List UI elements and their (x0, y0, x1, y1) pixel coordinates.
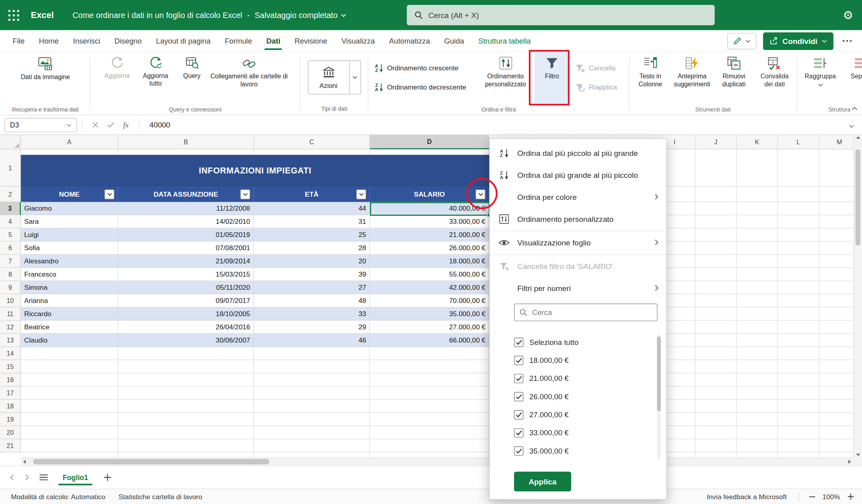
previous-sheet-icon[interactable] (4, 470, 19, 485)
cell[interactable]: Sara (21, 215, 118, 228)
cell[interactable]: 35.000,00 € (370, 307, 489, 321)
remove-duplicates-button[interactable]: Rimuovi duplicati (714, 52, 754, 103)
flash-fill-button[interactable]: Anteprima suggerimenti (670, 52, 714, 103)
menu-clear-filter[interactable]: Cancella filtro da 'SALARIO' (490, 255, 666, 277)
reapply-filter-button[interactable]: Riapplica (572, 80, 626, 95)
checkbox-checked-icon[interactable] (514, 446, 523, 456)
settings-gear-icon[interactable]: ⚙ (843, 0, 853, 30)
column-header-L[interactable]: L (778, 135, 819, 149)
save-status-dropdown[interactable]: Salvataggio completato (255, 11, 346, 20)
cell[interactable]: 20 (254, 255, 370, 268)
tab-automatizza[interactable]: Automatizza (382, 30, 437, 52)
share-button[interactable]: Condividi (763, 32, 834, 50)
cell[interactable]: 14/02/2010 (118, 215, 254, 228)
cell[interactable]: 28 (254, 241, 370, 255)
column-header-K[interactable]: K (737, 135, 778, 149)
tab-visualizza[interactable]: Visualizza (334, 30, 382, 52)
row-header-15[interactable]: 15 (0, 360, 21, 373)
table-header-data-assunzione[interactable]: DATA ASSUNZIONE (118, 187, 254, 202)
tab-struttura-tabella[interactable]: Struttura tabella (471, 30, 538, 52)
tab-dati[interactable]: Dati (259, 30, 288, 52)
tab-layout-di-pagina[interactable]: Layout di pagina (149, 30, 218, 52)
cell[interactable]: Luigi (21, 228, 118, 241)
scroll-left-icon[interactable] (23, 458, 26, 466)
row-header-18[interactable]: 18 (0, 400, 21, 413)
table-header-eta[interactable]: ETÀ (254, 187, 370, 202)
cell[interactable]: 26/04/2016 (118, 321, 254, 334)
cell[interactable]: 29 (254, 321, 370, 334)
vertical-scrollbar[interactable] (853, 135, 862, 457)
sort-ascending-button[interactable]: AZ Ordinamento crescente (372, 61, 474, 75)
filter-value-item[interactable]: 35.000,00 € (490, 442, 666, 460)
search-input[interactable]: Cerca (Alt + X) (407, 5, 715, 25)
data-types-dropdown[interactable] (349, 61, 360, 94)
checkbox-checked-icon[interactable] (514, 428, 523, 437)
cell[interactable]: 18.000,00 € (370, 255, 489, 268)
cell[interactable]: 46 (254, 334, 370, 347)
cell[interactable]: 11/12/2008 (118, 202, 254, 215)
cell[interactable]: 33.000,00 € (370, 215, 489, 228)
editing-mode-button[interactable] (728, 33, 757, 49)
row-header-13[interactable]: 13 (0, 334, 21, 347)
cell[interactable]: 25 (254, 228, 370, 241)
row-header-9[interactable]: 9 (0, 281, 21, 294)
table-header-salario[interactable]: SALARIO (370, 187, 489, 202)
confirm-entry-icon[interactable] (103, 122, 118, 128)
expand-formula-bar-icon[interactable] (849, 120, 862, 130)
row-header-4[interactable]: 4 (0, 215, 21, 228)
zoom-in-icon[interactable] (843, 494, 858, 500)
row-header-16[interactable]: 16 (0, 373, 21, 386)
data-validation-button[interactable]: Convalida dei dati (754, 52, 795, 103)
cell[interactable]: 21/09/2014 (118, 255, 254, 268)
menu-custom-sort[interactable]: Ordinamento personalizzato (490, 208, 666, 230)
menu-sort-by-color[interactable]: Ordina per colore (490, 186, 666, 208)
next-sheet-icon[interactable] (20, 470, 34, 485)
filter-button[interactable]: Filtro (534, 52, 570, 103)
cell[interactable]: 30/06/2007 (118, 334, 254, 347)
cell[interactable]: 27 (254, 281, 370, 294)
ungroup-rows-button[interactable]: Separa (842, 52, 862, 103)
cell[interactable]: 05/11/2020 (118, 281, 254, 294)
cell[interactable]: 55.000,00 € (370, 268, 489, 281)
tab-inserisci[interactable]: Inserisci (66, 30, 108, 52)
calc-mode-status[interactable]: Modalità di calcolo: Automatico (4, 493, 112, 500)
cell[interactable]: Arianna (21, 294, 118, 307)
filter-dropdown-nome-icon[interactable] (104, 189, 114, 199)
select-all-corner[interactable] (0, 135, 21, 149)
vertical-scroll-thumb[interactable] (856, 149, 860, 245)
scroll-down-icon[interactable] (854, 454, 862, 456)
menu-number-filters[interactable]: Filtri per numeri (490, 277, 666, 299)
cell[interactable]: 44 (254, 202, 370, 215)
query-button[interactable]: Query (176, 52, 207, 103)
name-box[interactable]: D3 (4, 118, 77, 132)
custom-sort-button[interactable]: Ordinamento personalizzato (477, 52, 534, 103)
table-header-nome[interactable]: NOME (21, 187, 118, 202)
horizontal-scrollbar[interactable] (21, 457, 853, 466)
group-rows-button[interactable]: Raggruppa (799, 52, 842, 103)
workbook-stats-status[interactable]: Statistiche cartella di lavoro (112, 493, 209, 500)
cell[interactable]: 26.000,00 € (370, 241, 489, 255)
cell[interactable]: 33 (254, 307, 370, 321)
filter-value-item[interactable]: 27.000,00 € (490, 406, 666, 424)
collapse-ribbon-icon[interactable] (852, 103, 858, 113)
workbook-links-button[interactable]: Collegamenti alle cartelle di lavoro (207, 52, 291, 103)
cancel-entry-icon[interactable] (88, 122, 103, 128)
cell[interactable]: 31 (254, 215, 370, 228)
filter-value-item[interactable]: 33.000,00 € (490, 424, 666, 442)
row-header-7[interactable]: 7 (0, 255, 21, 268)
scroll-right-icon[interactable] (848, 458, 851, 466)
row-header-12[interactable]: 12 (0, 321, 21, 334)
app-launcher-icon[interactable] (0, 0, 28, 30)
row-header-11[interactable]: 11 (0, 307, 21, 321)
row-header-19[interactable]: 19 (0, 413, 21, 426)
filter-value-item[interactable]: 18.000,00 € (490, 351, 666, 369)
insert-function-icon[interactable]: fx (118, 121, 133, 129)
cell[interactable]: Alessandro (21, 255, 118, 268)
column-header-A[interactable]: A (21, 135, 118, 149)
filter-value-item[interactable]: 21.000,00 € (490, 369, 666, 387)
tab-disegno[interactable]: Disegno (107, 30, 149, 52)
cell[interactable]: 39 (254, 268, 370, 281)
row-header-21[interactable]: 21 (0, 439, 21, 452)
document-title[interactable]: Come ordinare i dati in un foglio di cal… (72, 11, 242, 20)
cell[interactable]: Beatrice (21, 321, 118, 334)
